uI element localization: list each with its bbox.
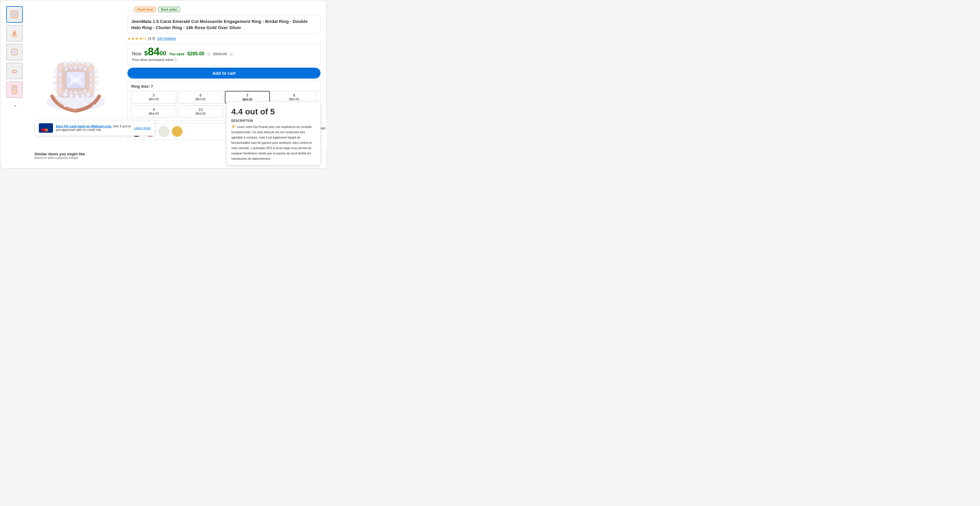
svg-point-40 <box>70 90 72 94</box>
price-when-purchased: Price when purchased online ⓘ <box>132 58 316 62</box>
thumbnail-1[interactable] <box>6 6 23 23</box>
thumbnail-2[interactable] <box>6 25 23 41</box>
svg-point-57 <box>60 101 62 103</box>
star-rating: ★★★★½ <box>127 36 146 41</box>
svg-point-36 <box>74 66 77 70</box>
svg-point-20 <box>63 93 67 97</box>
similar-items-section: Similar items you might like Based on wh… <box>35 152 85 159</box>
you-save-label: You save <box>169 52 185 56</box>
size-10-btn[interactable]: 10 $84.00 <box>178 105 223 117</box>
svg-point-60 <box>89 101 91 103</box>
svg-point-61 <box>93 105 95 107</box>
svg-point-56 <box>56 96 59 99</box>
best-seller-badge: Best seller <box>158 7 180 12</box>
svg-point-42 <box>79 90 82 94</box>
svg-point-28 <box>54 87 57 90</box>
svg-point-38 <box>83 67 87 71</box>
description-text: Louez notre Kia Picanto pour une expérie… <box>231 125 312 160</box>
color-gold-swatch[interactable] <box>172 126 183 137</box>
svg-point-44 <box>59 72 62 76</box>
svg-point-22 <box>75 94 79 98</box>
svg-point-21 <box>70 94 73 98</box>
svg-point-9 <box>12 70 17 73</box>
size-6-btn[interactable]: 6 $84.00 <box>178 91 223 103</box>
svg-point-48 <box>89 79 92 81</box>
price-cents: 00 <box>159 50 166 57</box>
svg-point-32 <box>94 87 97 90</box>
svg-point-16 <box>70 61 73 64</box>
svg-point-43 <box>83 89 87 93</box>
svg-point-41 <box>74 90 77 94</box>
cashback-bold[interactable]: Earn 5% cash back on Walmart.com. <box>56 124 112 128</box>
svg-rect-5 <box>13 32 16 35</box>
svg-point-29 <box>94 69 98 73</box>
description-section: DESCRIPTION ★ Louez notre Kia Picanto po… <box>231 119 315 161</box>
svg-point-15 <box>63 62 67 66</box>
thumbnail-list: ⌄ <box>6 6 24 162</box>
size-5-btn[interactable]: 5 $84.00 <box>131 91 176 103</box>
learn-more-link[interactable]: Learn more <box>134 126 151 130</box>
svg-point-24 <box>86 93 90 97</box>
svg-point-19 <box>86 62 90 66</box>
product-info-panel: ♡ Flash Deal Best seller JeenMata 1.5 Ca… <box>127 6 320 162</box>
svg-point-46 <box>59 84 62 88</box>
size-9-btn[interactable]: 9 $84.00 <box>131 105 176 117</box>
price-section: Now $ 84 00 You save $285.00 ⓘ $369.00 ⓘ… <box>127 43 320 65</box>
currency-symbol: $ <box>144 49 148 57</box>
svg-point-58 <box>64 105 66 107</box>
thumbnail-3[interactable] <box>6 44 23 60</box>
svg-point-39 <box>64 89 68 93</box>
now-label: Now <box>132 51 141 57</box>
rating-row: ★★★★½ (4.4) 144 reviews <box>127 36 320 41</box>
svg-point-23 <box>81 94 85 98</box>
svg-point-45 <box>59 79 62 81</box>
svg-point-12 <box>13 87 16 89</box>
cashback-banner: Earn 5% cash back on Walmart.com. See if… <box>35 120 155 136</box>
svg-point-17 <box>75 60 79 64</box>
svg-point-30 <box>95 75 99 79</box>
more-thumbnails-icon[interactable]: ⌄ <box>6 102 24 108</box>
flash-deal-badge: Flash Deal <box>135 7 156 12</box>
wishlist-heart-icon[interactable]: ♡ <box>127 6 132 13</box>
rating-overlay-panel: 4.4 out of 5 DESCRIPTION ★ Louez notre K… <box>226 102 320 165</box>
svg-point-8 <box>14 51 15 53</box>
badges-row: ♡ Flash Deal Best seller <box>127 6 320 13</box>
main-product-image: Earn 5% cash back on Walmart.com. See if… <box>29 6 123 162</box>
save-amount: $285.00 <box>187 51 204 57</box>
credit-card-icon <box>39 123 53 133</box>
svg-point-18 <box>81 61 85 64</box>
rating-display: (4.4) <box>148 36 155 41</box>
original-price: $369.00 <box>213 52 227 56</box>
ring-size-label: Ring Size: 7 <box>131 84 317 89</box>
svg-point-34 <box>64 67 68 71</box>
svg-point-25 <box>54 69 58 73</box>
svg-point-27 <box>52 81 57 85</box>
thumbnail-4[interactable] <box>6 63 23 79</box>
review-count-link[interactable]: 144 reviews <box>157 36 176 41</box>
thumbnail-5[interactable] <box>6 81 23 98</box>
svg-point-35 <box>70 67 72 70</box>
similar-items-subtitle: Based on what customers bought <box>35 156 85 159</box>
description-label: DESCRIPTION <box>231 119 315 122</box>
similar-items-title: Similar items you might like <box>35 152 85 156</box>
svg-point-49 <box>89 84 93 88</box>
price-when-info-icon[interactable]: ⓘ <box>174 58 177 62</box>
svg-point-31 <box>95 81 99 85</box>
desc-star-icon: ★ <box>231 124 235 129</box>
color-silver-swatch[interactable] <box>158 126 169 137</box>
svg-point-37 <box>79 67 82 70</box>
svg-point-26 <box>52 75 56 79</box>
big-rating-value: 4.4 out of 5 <box>231 106 315 117</box>
svg-point-2 <box>14 14 15 15</box>
add-to-cart-button[interactable]: Add to cart <box>127 68 320 79</box>
cashback-text: Earn 5% cash back on Walmart.com. See if… <box>56 124 131 132</box>
save-info-icon[interactable]: ⓘ <box>207 52 210 57</box>
original-price-info-icon[interactable]: ⓘ <box>230 52 233 57</box>
product-title: JeenMata 1.5 Carat Emerald Cut Moissanit… <box>127 15 320 34</box>
price-main: 84 <box>148 46 159 57</box>
svg-point-47 <box>89 72 93 76</box>
svg-point-59 <box>85 96 88 99</box>
